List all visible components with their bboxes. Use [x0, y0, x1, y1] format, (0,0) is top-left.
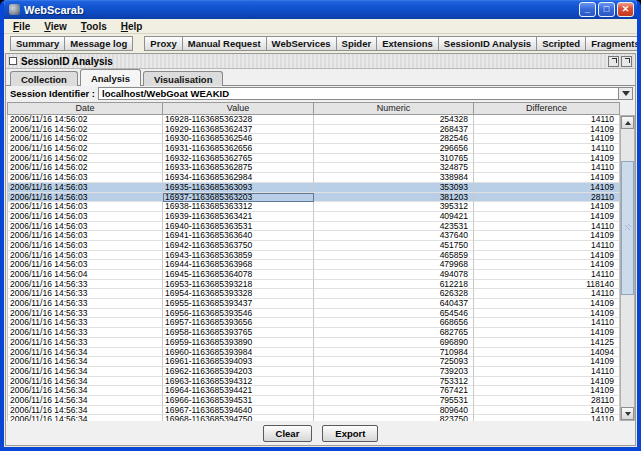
cell-numeric: 409421 [314, 212, 474, 222]
cell-value: 16933-1163685362875 [163, 163, 314, 173]
combobox-dropdown-button[interactable] [618, 88, 632, 99]
tab-visualisation[interactable]: Visualisation [143, 71, 223, 86]
cell-difference: 14109 [474, 406, 620, 416]
table-row[interactable]: 2006/11/16 14:56:3416964-116368539442176… [8, 386, 620, 396]
table-row[interactable]: 2006/11/16 14:56:0316935-116368536309335… [8, 183, 620, 193]
cell-numeric: 423531 [314, 222, 474, 232]
table-row[interactable]: 2006/11/16 14:56:3316956-116368539354665… [8, 309, 620, 319]
maximize-button[interactable]: □ [598, 2, 615, 17]
frame-titlebar: SessionID Analysis [6, 54, 635, 69]
cell-value: 16937-1163685363203 [163, 193, 314, 203]
menu-tools[interactable]: Tools [75, 21, 113, 32]
table-row[interactable]: 2006/11/16 14:56:3416961-116368539409372… [8, 357, 620, 367]
session-identifier-combobox[interactable]: localhost/WebGoat WEAKID [98, 87, 633, 100]
cell-date: 2006/11/16 14:56:03 [8, 222, 163, 232]
table-row[interactable]: 2006/11/16 14:56:0216930-116368536254628… [8, 134, 620, 144]
table-row[interactable]: 2006/11/16 14:56:3316953-116368539321861… [8, 280, 620, 290]
cell-date: 2006/11/16 14:56:33 [8, 328, 163, 338]
table-row[interactable]: 2006/11/16 14:56:0216932-116368536276531… [8, 154, 620, 164]
table-row[interactable]: 2006/11/16 14:56:0316943-116368536385946… [8, 251, 620, 261]
cell-value: 16945-1163685364078 [163, 270, 314, 280]
toolbar-tab-message-log[interactable]: Message log [64, 36, 133, 51]
scrollbar-thumb[interactable] [621, 161, 634, 295]
table-row[interactable]: 2006/11/16 14:56:3316958-116368539376568… [8, 328, 620, 338]
table-row[interactable]: 2006/11/16 14:56:0216928-116368536232825… [8, 115, 620, 125]
export-button[interactable]: Export [322, 425, 378, 442]
cell-value: 16930-1163685362546 [163, 134, 314, 144]
table-row[interactable]: 2006/11/16 14:56:0316941-116368536364043… [8, 231, 620, 241]
table-body: 2006/11/16 14:56:0216928-116368536232825… [7, 115, 620, 421]
toolbar-tab-scripted[interactable]: Scripted [536, 36, 586, 51]
minimize-button[interactable]: _ [579, 2, 596, 17]
cell-value: 16954-1163685393328 [163, 289, 314, 299]
table-row[interactable]: 2006/11/16 14:56:3416962-116368539420373… [8, 367, 620, 377]
cell-date: 2006/11/16 14:56:33 [8, 309, 163, 319]
cell-difference: 14110 [474, 163, 620, 173]
close-button[interactable]: ✕ [617, 2, 634, 17]
table-row[interactable]: 2006/11/16 14:56:0316942-116368536375045… [8, 241, 620, 251]
table-row[interactable]: 2006/11/16 14:56:0216931-116368536265629… [8, 144, 620, 154]
table-row[interactable]: 2006/11/16 14:56:3416966-116368539453179… [8, 396, 620, 406]
cell-numeric: 324875 [314, 163, 474, 173]
cell-value: 16958-1163685393765 [163, 328, 314, 338]
table-row[interactable]: 2006/11/16 14:56:3416960-116368539398471… [8, 348, 620, 358]
table-row[interactable]: 2006/11/16 14:56:0316940-116368536353142… [8, 222, 620, 232]
menu-view[interactable]: View [38, 21, 73, 32]
table-row[interactable]: 2006/11/16 14:56:3316957-116368539365666… [8, 318, 620, 328]
table-row[interactable]: 2006/11/16 14:56:0416945-116368536407849… [8, 270, 620, 280]
frame-icon [9, 57, 17, 65]
cell-value: 16939-1163685363421 [163, 212, 314, 222]
table-row[interactable]: 2006/11/16 14:56:0316938-116368536331239… [8, 202, 620, 212]
table-row[interactable]: 2006/11/16 14:56:0316934-116368536298433… [8, 173, 620, 183]
scroll-down-button[interactable] [621, 407, 634, 420]
table-row[interactable]: 2006/11/16 14:56:0216933-116368536287532… [8, 163, 620, 173]
toolbar-tab-fragments[interactable]: Fragments [585, 36, 641, 51]
table-row[interactable]: 2006/11/16 14:56:3316959-116368539389069… [8, 338, 620, 348]
column-header-difference[interactable]: Difference [474, 103, 619, 114]
frame-detach-button[interactable] [608, 56, 619, 67]
toolbar-tab-webservices[interactable]: WebServices [266, 36, 337, 51]
tab-collection[interactable]: Collection [10, 71, 78, 86]
cell-value: 16943-1163685363859 [163, 251, 314, 261]
toolbar-tab-extensions[interactable]: Extensions [376, 36, 439, 51]
cell-numeric: 451750 [314, 241, 474, 251]
cell-date: 2006/11/16 14:56:03 [8, 241, 163, 251]
vertical-scrollbar[interactable] [620, 115, 635, 421]
menu-help[interactable]: Help [115, 21, 149, 32]
table-row[interactable]: 2006/11/16 14:56:0316944-116368536396847… [8, 260, 620, 270]
column-header-date[interactable]: Date [8, 103, 163, 114]
cell-value: 16963-1163685394312 [163, 377, 314, 387]
cell-value: 16941-1163685363640 [163, 231, 314, 241]
toolbar-tab-proxy[interactable]: Proxy [144, 36, 182, 51]
table-row[interactable]: 2006/11/16 14:56:3416963-116368539431275… [8, 377, 620, 387]
cell-value: 16928-1163685362328 [163, 115, 314, 125]
column-header-value[interactable]: Value [163, 103, 314, 114]
table-row[interactable]: 2006/11/16 14:56:0316937-116368536320338… [8, 193, 620, 203]
toolbar-tab-sessionid-analysis[interactable]: SessionID Analysis [438, 36, 537, 51]
table-row[interactable]: 2006/11/16 14:56:3316954-116368539332862… [8, 289, 620, 299]
table-row[interactable]: 2006/11/16 14:56:3416968-116368539475082… [8, 415, 620, 421]
frame-maximize-button[interactable] [621, 56, 632, 67]
cell-numeric: 437640 [314, 231, 474, 241]
cell-difference: 14094 [474, 348, 620, 358]
cell-date: 2006/11/16 14:56:34 [8, 415, 163, 421]
table-row[interactable]: 2006/11/16 14:56:0216929-116368536243726… [8, 125, 620, 135]
toolbar-tab-spider[interactable]: Spider [336, 36, 378, 51]
menu-file[interactable]: File [7, 21, 36, 32]
column-header-numeric[interactable]: Numeric [314, 103, 474, 114]
clear-button[interactable]: Clear [263, 425, 313, 442]
toolbar-tab-summary[interactable]: Summary [10, 36, 65, 51]
table-row[interactable]: 2006/11/16 14:56:3416967-116368539464080… [8, 406, 620, 416]
scroll-up-button[interactable] [621, 116, 634, 129]
cell-numeric: 465859 [314, 251, 474, 261]
table-row[interactable]: 2006/11/16 14:56:3316955-116368539343764… [8, 299, 620, 309]
cell-difference: 14109 [474, 183, 620, 193]
cell-difference: 14109 [474, 357, 620, 367]
toolbar-tab-manual-request[interactable]: Manual Request [182, 36, 267, 51]
cell-date: 2006/11/16 14:56:33 [8, 299, 163, 309]
cell-difference: 28110 [474, 193, 620, 203]
cell-numeric: 494078 [314, 270, 474, 280]
cell-difference: 14109 [474, 377, 620, 387]
tab-analysis[interactable]: Analysis [80, 69, 141, 86]
table-row[interactable]: 2006/11/16 14:56:0316939-116368536342140… [8, 212, 620, 222]
